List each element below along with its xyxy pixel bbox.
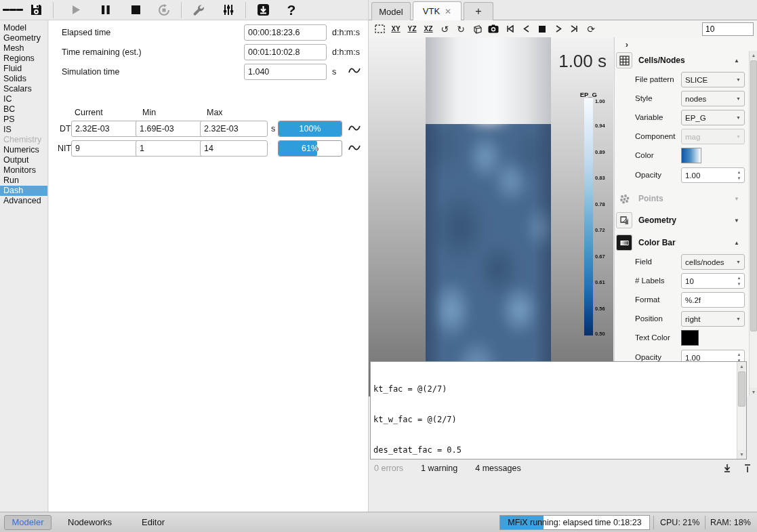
- view-yz-button[interactable]: YZ: [405, 22, 420, 36]
- scroll-down-icon[interactable]: ▼: [750, 388, 757, 396]
- last-frame-icon[interactable]: [567, 22, 582, 36]
- panel-scrollbar[interactable]: ▲ ▼: [749, 51, 757, 396]
- tab-new[interactable]: +: [464, 2, 493, 20]
- view-xz-button[interactable]: XZ: [421, 22, 436, 36]
- sidebar-item-fluid[interactable]: Fluid: [0, 64, 47, 74]
- dt-progress-bar: 100%: [278, 121, 342, 137]
- reset-icon[interactable]: [154, 1, 174, 19]
- vtk-toolbar: XY YZ XZ ↺ ↻: [369, 20, 757, 37]
- simulation-time-label: Simulation time: [62, 67, 119, 77]
- field-dropdown[interactable]: cells/nodes▼: [681, 254, 745, 270]
- rotate-right-icon[interactable]: ↻: [453, 22, 468, 36]
- menu-icon[interactable]: [3, 1, 23, 19]
- sidebar-item-regions[interactable]: Regions: [0, 54, 47, 64]
- nit-plot-wave-icon[interactable]: [348, 142, 361, 153]
- fit-view-icon[interactable]: [372, 22, 387, 36]
- statusbar-separator: [653, 516, 654, 529]
- nit-max-field[interactable]: [200, 140, 268, 157]
- tab-vtk[interactable]: VTK ✕: [413, 1, 462, 20]
- wrench-icon[interactable]: [188, 1, 209, 19]
- errors-count[interactable]: 0 errors: [374, 464, 403, 473]
- frame-count-input[interactable]: [702, 22, 754, 36]
- spinner-arrows[interactable]: ▲▼: [735, 169, 743, 182]
- settings-sliders-icon[interactable]: [218, 1, 239, 19]
- console-scrollbar[interactable]: ▲ ▼: [737, 362, 746, 459]
- pause-icon[interactable]: [96, 1, 116, 19]
- stop-icon[interactable]: [125, 1, 146, 19]
- nit-current-field[interactable]: [71, 140, 139, 157]
- nit-min-field[interactable]: [136, 140, 203, 157]
- tab-close-icon[interactable]: ✕: [445, 7, 451, 16]
- messages-count[interactable]: 4 messages: [475, 464, 520, 473]
- collapse-down-icon[interactable]: ▼: [734, 218, 739, 224]
- sidebar-item-mesh[interactable]: Mesh: [0, 43, 47, 54]
- sidebar-item-bc[interactable]: BC: [0, 104, 47, 115]
- num-labels-spinbox[interactable]: 10 ▲▼: [681, 273, 745, 289]
- sidebar-item-monitors[interactable]: Monitors: [0, 165, 47, 176]
- style-dropdown[interactable]: nodes▼: [681, 91, 745, 106]
- export-box-icon[interactable]: [253, 1, 273, 19]
- mode-modeler-button[interactable]: Modeler: [4, 515, 52, 530]
- vtk-render-view[interactable]: 1.00 s EP_G 1.00 0.94 0.89 0.83 0.78 0.7…: [369, 37, 613, 396]
- sidebar-item-advanced[interactable]: Advanced: [0, 196, 47, 206]
- nit-progress-bar: 61% 61%: [278, 140, 342, 157]
- sidebar-item-is[interactable]: IS: [0, 125, 47, 135]
- format-label: Format: [635, 295, 659, 304]
- scroll-to-top-icon[interactable]: [743, 464, 752, 473]
- sidebar-item-ps[interactable]: PS: [0, 115, 47, 125]
- scroll-up-icon[interactable]: ▲: [750, 51, 757, 60]
- next-frame-icon[interactable]: [551, 22, 566, 36]
- save-icon[interactable]: [26, 1, 46, 19]
- warnings-count[interactable]: 1 warning: [421, 464, 457, 473]
- format-input[interactable]: [681, 292, 745, 308]
- elapsed-time-field[interactable]: [244, 24, 327, 41]
- variable-dropdown[interactable]: EP_G▼: [681, 110, 745, 125]
- view-xy-button[interactable]: XY: [388, 22, 403, 36]
- previous-frame-icon[interactable]: [518, 22, 533, 36]
- section-geometry[interactable]: Geometry ▼: [616, 212, 745, 228]
- tab-model[interactable]: Model: [371, 2, 411, 20]
- scroll-to-bottom-icon[interactable]: [722, 464, 732, 473]
- opacity-spinbox[interactable]: 1.00 ▲▼: [681, 167, 745, 183]
- sidebar-item-scalars[interactable]: Scalars: [0, 84, 47, 94]
- sidebar-item-geometry[interactable]: Geometry: [0, 33, 47, 43]
- scroll-up-icon[interactable]: ▲: [737, 362, 746, 371]
- position-dropdown[interactable]: right▼: [681, 311, 745, 327]
- file-pattern-dropdown[interactable]: SLICE▼: [681, 72, 745, 87]
- sidebar-item-numerics[interactable]: Numerics: [0, 145, 47, 155]
- spinner-arrows[interactable]: ▲▼: [735, 274, 743, 287]
- sidebar-item-output[interactable]: Output: [0, 155, 47, 165]
- first-frame-icon[interactable]: [502, 22, 517, 36]
- sidebar-item-ic[interactable]: IC: [0, 94, 47, 104]
- play-icon[interactable]: [66, 1, 86, 19]
- text-color-swatch[interactable]: [681, 330, 699, 346]
- sidebar-item-model[interactable]: Model: [0, 23, 47, 33]
- colorbar-opacity-label: Opacity: [635, 353, 661, 361]
- collapse-up-icon[interactable]: ▲: [734, 58, 739, 64]
- dt-plot-wave-icon[interactable]: [348, 123, 361, 134]
- help-icon[interactable]: ?: [281, 1, 302, 19]
- sidebar-item-run[interactable]: Run: [0, 176, 47, 186]
- rotate-left-icon[interactable]: ↺: [437, 22, 452, 36]
- mode-editor-button[interactable]: Editor: [142, 517, 165, 527]
- panel-collapse-icon[interactable]: ›: [621, 39, 632, 49]
- plot-wave-icon[interactable]: [348, 65, 361, 76]
- stop-playback-icon[interactable]: [535, 22, 550, 36]
- section-cells-nodes[interactable]: Cells/Nodes ▲: [616, 52, 745, 68]
- section-color-bar[interactable]: Color Bar ▲: [616, 234, 745, 251]
- simulation-time-field[interactable]: [244, 64, 327, 80]
- dt-min-field[interactable]: [136, 121, 203, 137]
- sidebar-item-solids[interactable]: Solids: [0, 74, 47, 84]
- repeat-icon[interactable]: ⟳: [584, 22, 598, 36]
- dt-current-field[interactable]: [71, 121, 139, 137]
- color-swatch[interactable]: [681, 148, 701, 163]
- collapse-up-icon[interactable]: ▲: [734, 240, 739, 246]
- mode-nodeworks-button[interactable]: Nodeworks: [68, 517, 112, 527]
- console-output[interactable]: kt_fac = @(2/7) kt_w_fac = @(2/7) des_et…: [370, 361, 747, 459]
- camera-icon[interactable]: [486, 22, 501, 36]
- time-remaining-field[interactable]: [244, 44, 327, 60]
- scroll-down-icon[interactable]: ▼: [737, 450, 746, 459]
- perspective-icon[interactable]: [470, 22, 485, 36]
- dt-max-field[interactable]: [200, 121, 268, 137]
- sidebar-item-dash[interactable]: Dash: [0, 186, 47, 196]
